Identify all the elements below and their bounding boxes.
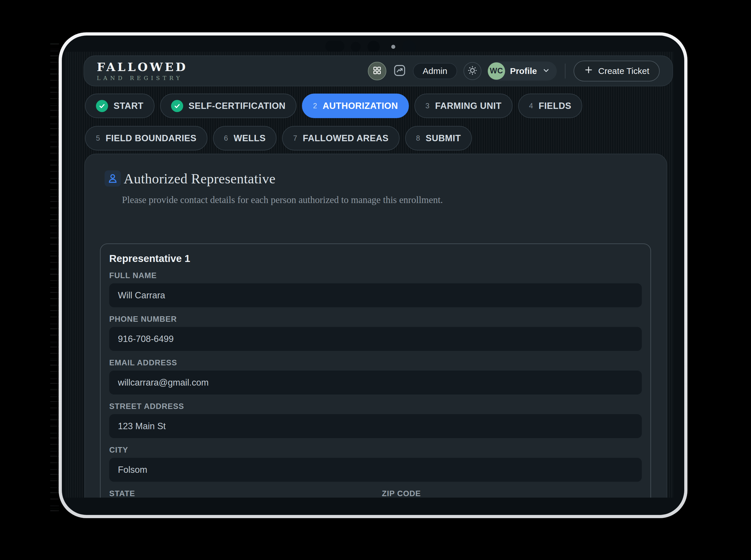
apps-grid-button[interactable]	[368, 62, 386, 80]
brand-tagline: LAND REGISTRY	[97, 75, 188, 81]
chevron-down-icon	[542, 66, 551, 76]
camera-sensor	[351, 42, 361, 52]
header-actions: Admin WC Profile	[368, 61, 660, 81]
full-name-input[interactable]	[109, 283, 642, 307]
phone-number-label: PHONE NUMBER	[109, 315, 642, 323]
activity-chart-button[interactable]	[393, 64, 407, 78]
enrollment-stepper: START SELF-CERTIFICATION 2 AUTHORIZATION	[85, 94, 582, 151]
street-address-label: STREET ADDRESS	[109, 402, 642, 411]
step-farming-unit[interactable]: 3 FARMING UNIT	[415, 94, 512, 118]
phone-number-input[interactable]	[109, 327, 642, 351]
panel-heading: Authorized Representative	[85, 154, 667, 186]
tablet-screen: FALLOWED LAND REGISTRY	[62, 36, 684, 515]
brand-name: FALLOWED	[97, 61, 188, 73]
step-label: FIELD BOUNDARIES	[105, 133, 196, 143]
content-panel: Authorized Representative Please provide…	[84, 154, 667, 498]
theme-toggle-button[interactable]	[463, 62, 481, 80]
representative-card-title: Representative 1	[109, 253, 642, 264]
full-name-label: FULL NAME	[109, 271, 642, 280]
step-label: START	[114, 101, 143, 111]
sun-icon	[467, 65, 478, 77]
email-address-label: EMAIL ADDRESS	[109, 358, 642, 367]
street-address-input[interactable]	[109, 414, 642, 438]
city-input[interactable]	[109, 458, 642, 482]
step-authorization[interactable]: 2 AUTHORIZATION	[302, 94, 409, 118]
avatar: WC	[488, 62, 505, 80]
page-title: Authorized Representative	[124, 171, 276, 186]
representative-card: Representative 1 FULL NAME PHONE NUMBER …	[100, 243, 651, 498]
activity-trend-icon	[393, 64, 406, 78]
step-number: 2	[313, 102, 317, 110]
step-number: 4	[529, 102, 533, 110]
step-label: SUBMIT	[426, 133, 461, 143]
admin-button[interactable]: Admin	[413, 63, 457, 79]
page-background: FALLOWED LAND REGISTRY	[0, 0, 751, 560]
step-number: 6	[224, 134, 228, 142]
zip-column: ZIP CODE	[382, 482, 642, 498]
stepper-row-2: 5 FIELD BOUNDARIES 6 WELLS 7 FALLOWED AR…	[85, 126, 582, 151]
plus-icon	[584, 65, 593, 77]
step-start[interactable]: START	[85, 94, 155, 118]
glitch-noise-strip	[50, 40, 59, 511]
state-column: STATE	[109, 482, 369, 498]
camera-lens	[368, 41, 380, 53]
profile-menu-button[interactable]: WC Profile	[488, 61, 557, 81]
camera-sensor-pill	[325, 41, 344, 52]
step-field-boundaries[interactable]: 5 FIELD BOUNDARIES	[85, 126, 208, 151]
step-wells[interactable]: 6 WELLS	[213, 126, 276, 151]
state-label: STATE	[109, 489, 369, 498]
step-label: FALLOWED AREAS	[303, 133, 389, 143]
create-ticket-button[interactable]: Create Ticket	[574, 61, 660, 81]
profile-label: Profile	[510, 66, 537, 76]
step-submit[interactable]: 8 SUBMIT	[405, 126, 472, 151]
step-label: FIELDS	[539, 101, 571, 111]
check-circle-icon	[96, 100, 108, 112]
step-fallowed-areas[interactable]: 7 FALLOWED AREAS	[282, 126, 399, 151]
header-divider	[565, 63, 565, 79]
step-label: WELLS	[233, 133, 266, 143]
state-zip-row: STATE ZIP CODE	[109, 482, 642, 498]
step-self-certification[interactable]: SELF-CERTIFICATION	[160, 94, 297, 118]
step-number: 7	[293, 134, 297, 142]
stepper-row-1: START SELF-CERTIFICATION 2 AUTHORIZATION	[85, 94, 582, 118]
step-number: 8	[416, 134, 420, 142]
email-address-input[interactable]	[109, 371, 642, 395]
step-label: FARMING UNIT	[435, 101, 502, 111]
tablet-frame: FALLOWED LAND REGISTRY	[59, 32, 688, 518]
step-number: 3	[425, 102, 429, 110]
brand-logo: FALLOWED LAND REGISTRY	[97, 61, 188, 81]
check-circle-icon	[171, 100, 183, 112]
apps-grid-icon	[372, 66, 382, 76]
page-subtitle: Please provide contact details for each …	[122, 195, 667, 205]
app-viewport: FALLOWED LAND REGISTRY	[65, 52, 674, 498]
step-label: SELF-CERTIFICATION	[189, 101, 286, 111]
person-icon	[104, 171, 121, 186]
step-fields[interactable]: 4 FIELDS	[518, 94, 582, 118]
create-ticket-label: Create Ticket	[598, 66, 649, 76]
step-label: AUTHORIZATION	[323, 101, 398, 111]
camera-indicator-dot	[391, 45, 395, 49]
zip-code-label: ZIP CODE	[382, 489, 642, 498]
city-label: CITY	[109, 446, 642, 454]
step-number: 5	[96, 134, 100, 142]
app-header: FALLOWED LAND REGISTRY	[83, 56, 673, 86]
